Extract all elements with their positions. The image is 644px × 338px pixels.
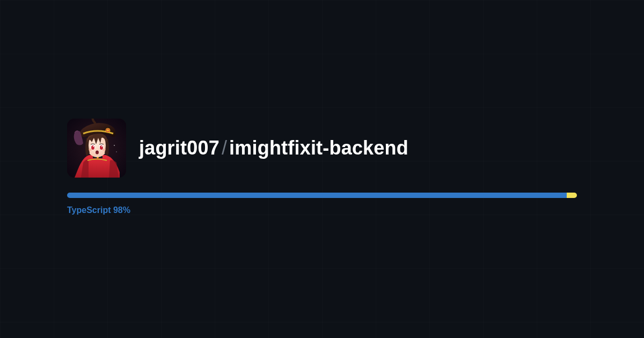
language-segment-primary xyxy=(67,193,567,198)
svg-point-9 xyxy=(93,146,94,147)
svg-point-13 xyxy=(103,149,106,151)
svg-point-8 xyxy=(100,145,103,150)
svg-point-16 xyxy=(114,145,115,146)
language-label: TypeScript 98% xyxy=(67,205,577,215)
svg-point-10 xyxy=(101,146,103,147)
svg-point-17 xyxy=(116,151,117,152)
repo-title: jagrit007/imightfixit-backend xyxy=(139,137,408,159)
header-row: jagrit007/imightfixit-backend xyxy=(67,119,577,178)
avatar-image-icon xyxy=(67,119,126,178)
repo-owner: jagrit007 xyxy=(139,137,219,159)
language-bar xyxy=(67,193,577,198)
repo-name: imightfixit-backend xyxy=(229,137,408,159)
repo-card: jagrit007/imightfixit-backend TypeScript… xyxy=(67,119,577,215)
language-segment-remainder xyxy=(567,193,577,198)
avatar xyxy=(67,119,126,178)
svg-point-7 xyxy=(91,145,94,150)
svg-point-12 xyxy=(89,149,92,151)
slash-separator: / xyxy=(219,137,229,159)
